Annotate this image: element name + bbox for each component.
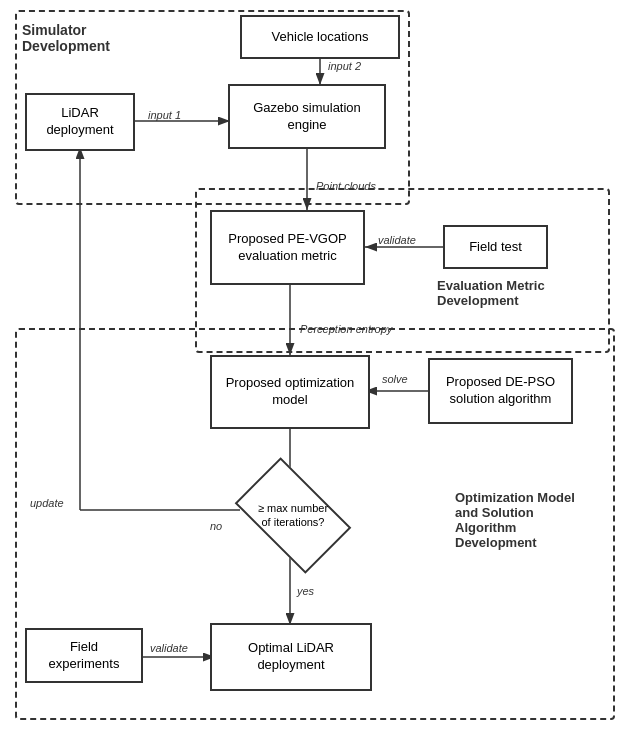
validate1-label: validate bbox=[378, 234, 416, 246]
pe-vgop-box: Proposed PE-VGOP evaluation metric bbox=[210, 210, 365, 285]
solve-label: solve bbox=[382, 373, 408, 385]
iterations-diamond: ≥ max number of iterations? bbox=[228, 475, 358, 555]
update-label: update bbox=[30, 497, 64, 509]
yes-label: yes bbox=[297, 585, 314, 597]
input1-label: input 1 bbox=[148, 109, 181, 121]
input2-label: input 2 bbox=[328, 60, 361, 72]
gazebo-box: Gazebo simulation engine bbox=[228, 84, 386, 149]
de-pso-box: Proposed DE-PSO solution algorithm bbox=[428, 358, 573, 424]
field-test-box: Field test bbox=[443, 225, 548, 269]
sim-dev-title: Simulator Development bbox=[22, 22, 110, 54]
point-clouds-label: Point clouds bbox=[316, 180, 376, 192]
eval-dev-title: Evaluation Metric Development bbox=[437, 278, 545, 308]
no-label: no bbox=[210, 520, 222, 532]
vehicle-locations-box: Vehicle locations bbox=[240, 15, 400, 59]
perception-entropy-label: Perception entropy bbox=[300, 323, 392, 335]
diamond-label: ≥ max number of iterations? bbox=[253, 499, 333, 532]
lidar-deployment-box: LiDAR deployment bbox=[25, 93, 135, 151]
opt-dev-title: Optimization Model and Solution Algorith… bbox=[455, 490, 575, 550]
optimal-lidar-box: Optimal LiDAR deployment bbox=[210, 623, 372, 691]
field-experiments-box: Field experiments bbox=[25, 628, 143, 683]
opt-model-box: Proposed optimization model bbox=[210, 355, 370, 429]
validate2-label: validate bbox=[150, 642, 188, 654]
diagram: Vehicle locations LiDAR deployment Gazeb… bbox=[0, 0, 634, 732]
